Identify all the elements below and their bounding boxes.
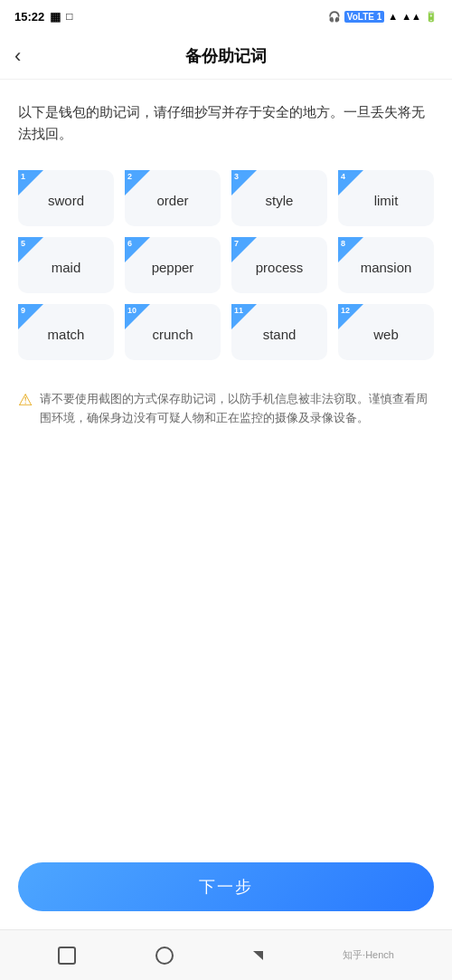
status-icons: 🎧 VoLTE 1 ▲ ▲▲ 🔋 — [328, 11, 438, 23]
warning-icon: ⚠ — [18, 390, 33, 410]
mnemonic-card: 11stand — [231, 304, 327, 360]
mnemonic-card: 9match — [18, 304, 114, 360]
mnemonic-word: process — [256, 260, 304, 275]
next-button[interactable]: 下一步 — [18, 862, 434, 911]
warning-box: ⚠ 请不要使用截图的方式保存助记词，以防手机信息被非法窃取。谨慎查看周围环境，确… — [18, 385, 434, 432]
page-title: 备份助记词 — [185, 45, 267, 67]
mnemonic-card: 2order — [125, 170, 221, 226]
mnemonic-number: 9 — [21, 307, 25, 315]
mnemonic-badge: 1 — [18, 170, 43, 195]
square-icon — [58, 947, 76, 965]
mnemonic-badge: 10 — [125, 304, 150, 329]
mnemonic-badge: 5 — [18, 237, 43, 262]
mnemonic-badge: 7 — [231, 237, 257, 262]
nav-square-item — [58, 947, 76, 965]
mnemonic-card: 4limit — [338, 170, 434, 226]
mnemonic-badge: 4 — [338, 170, 363, 195]
headphone-icon: 🎧 — [328, 11, 341, 23]
main-content: 以下是钱包的助记词，请仔细抄写并存于安全的地方。一旦丢失将无法找回。 1swor… — [0, 80, 452, 848]
bottom-area: 下一步 — [0, 848, 452, 929]
mnemonic-number: 2 — [127, 173, 132, 181]
mnemonic-word: style — [266, 193, 294, 208]
mnemonic-card: 5maid — [18, 237, 114, 293]
circle-icon — [155, 947, 174, 965]
mnemonic-card: 12web — [338, 304, 434, 360]
chevron-icon — [253, 951, 263, 960]
mnemonic-card: 3style — [231, 170, 327, 226]
mnemonic-card: 1sword — [18, 170, 114, 226]
signal-bars-icon: ▲▲ — [401, 11, 421, 22]
status-time: 15:22 — [14, 10, 44, 24]
battery-icon: 🔋 — [425, 11, 438, 23]
mnemonic-badge: 8 — [338, 237, 363, 262]
status-time-area: 15:22 ▦ □ — [14, 10, 73, 24]
mnemonic-number: 10 — [127, 307, 137, 315]
mnemonic-word: crunch — [152, 327, 193, 342]
brand-item: 知乎·Hench — [343, 948, 394, 962]
mnemonic-number: 7 — [234, 240, 239, 248]
mnemonic-card: 6pepper — [125, 237, 221, 293]
mnemonic-badge: 6 — [125, 237, 150, 262]
mnemonic-number: 12 — [341, 307, 350, 315]
status-bar: 15:22 ▦ □ 🎧 VoLTE 1 ▲ ▲▲ 🔋 — [0, 0, 452, 33]
nav-back-item — [253, 951, 263, 960]
nav-home-item — [155, 947, 174, 965]
mnemonic-word: mansion — [361, 260, 412, 275]
mnemonic-card: 8mansion — [338, 237, 434, 293]
bottom-nav: 知乎·Hench — [0, 929, 452, 980]
mnemonic-card: 7process — [231, 237, 327, 293]
mnemonic-number: 4 — [341, 173, 345, 181]
description-text: 以下是钱包的助记词，请仔细抄写并存于安全的地方。一旦丢失将无法找回。 — [18, 101, 434, 145]
mnemonic-card: 10crunch — [125, 304, 221, 360]
mnemonic-number: 11 — [234, 307, 243, 315]
mnemonic-grid: 1sword2order3style4limit5maid6pepper7pro… — [18, 170, 434, 360]
sim-icon: ▦ — [50, 10, 61, 24]
mnemonic-word: stand — [263, 327, 297, 342]
mnemonic-number: 8 — [341, 240, 345, 248]
warning-text: 请不要使用截图的方式保存助记词，以防手机信息被非法窃取。谨慎查看周围环境，确保身… — [40, 389, 434, 428]
mnemonic-number: 1 — [21, 173, 25, 181]
back-button[interactable]: ‹ — [14, 44, 21, 68]
volte-badge: VoLTE 1 — [344, 11, 385, 23]
mnemonic-word: sword — [48, 193, 84, 208]
signal-icon: □ — [66, 10, 72, 23]
mnemonic-badge: 3 — [231, 170, 257, 195]
mnemonic-word: pepper — [152, 260, 194, 275]
brand-label: 知乎·Hench — [343, 948, 394, 962]
mnemonic-badge: 11 — [231, 304, 257, 329]
mnemonic-number: 3 — [234, 173, 239, 181]
mnemonic-word: limit — [374, 193, 399, 208]
mnemonic-word: match — [48, 327, 85, 342]
mnemonic-number: 5 — [21, 240, 25, 248]
mnemonic-badge: 12 — [338, 304, 363, 329]
mnemonic-badge: 9 — [18, 304, 43, 329]
wifi-icon: ▲ — [388, 11, 398, 22]
mnemonic-word: web — [373, 327, 399, 342]
mnemonic-number: 6 — [127, 240, 132, 248]
mnemonic-word: order — [156, 193, 188, 208]
mnemonic-word: maid — [52, 260, 81, 275]
mnemonic-badge: 2 — [125, 170, 150, 195]
nav-bar: ‹ 备份助记词 — [0, 33, 452, 80]
